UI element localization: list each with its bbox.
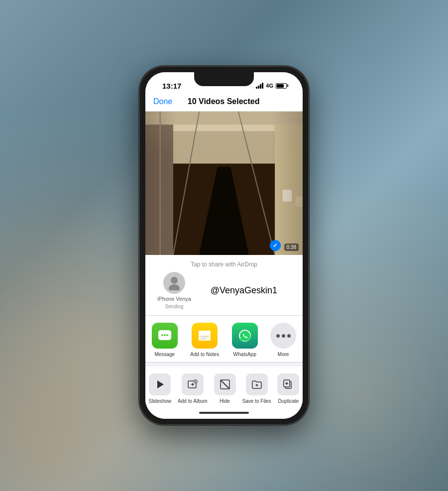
phone-screen: 13:17 4G Done 10 Videos Selected <box>145 72 303 419</box>
svg-point-13 <box>171 277 178 284</box>
whatsapp-svg <box>237 328 253 344</box>
play-icon <box>154 379 165 390</box>
airdrop-device[interactable]: iPhone Venya Sending <box>157 272 191 309</box>
action-label-save-files: Save to Files <box>242 398 271 404</box>
video-duration: 0:38 <box>284 244 299 251</box>
svg-rect-6 <box>275 112 303 255</box>
status-time: 13:17 <box>157 82 181 90</box>
app-label-whatsapp: WhatsApp <box>233 352 256 357</box>
app-item-more[interactable]: More <box>270 323 296 357</box>
svg-marker-24 <box>157 380 164 388</box>
app-item-whatsapp[interactable]: WhatsApp <box>232 323 258 357</box>
network-label: 4G <box>266 83 273 89</box>
avatar <box>163 272 185 294</box>
action-label-slideshow: Slideshow <box>149 398 172 404</box>
home-indicator <box>145 409 303 419</box>
action-item-slideshow[interactable]: Slideshow <box>149 373 172 404</box>
signal-icon <box>256 83 263 89</box>
app-item-notes[interactable]: Add to Notes <box>190 323 219 357</box>
notes-icon <box>192 323 218 349</box>
svg-rect-0 <box>145 112 303 255</box>
svg-line-12 <box>238 112 275 255</box>
add-album-icon-bg <box>182 373 204 395</box>
airdrop-label: Tap to share with AirDrop <box>153 261 295 268</box>
svg-rect-20 <box>199 331 211 335</box>
svg-rect-7 <box>283 190 292 202</box>
add-album-icon <box>187 379 198 390</box>
svg-point-14 <box>169 284 180 290</box>
svg-line-11 <box>173 112 199 255</box>
svg-rect-2 <box>173 164 277 255</box>
selected-badge: ✓ <box>270 240 281 251</box>
photo-content <box>145 112 303 255</box>
status-bar: 13:17 4G <box>145 72 303 94</box>
photo-svg <box>145 112 303 255</box>
phone-frame: 13:17 4G Done 10 Videos Selected <box>139 66 309 425</box>
svg-rect-8 <box>296 196 303 207</box>
whatsapp-icon <box>232 323 258 349</box>
device-status: Sending <box>165 304 184 309</box>
message-svg <box>157 328 172 343</box>
app-label-notes: Add to Notes <box>190 352 219 357</box>
svg-point-17 <box>164 334 166 336</box>
notes-svg <box>197 328 213 344</box>
svg-point-16 <box>161 334 163 336</box>
person-icon <box>167 275 182 290</box>
save-files-icon-bg <box>246 373 268 395</box>
battery-icon <box>276 83 287 89</box>
slideshow-icon-bg <box>149 373 171 395</box>
home-bar <box>199 412 249 414</box>
hide-icon-bg <box>214 373 236 395</box>
airdrop-section: Tap to share with AirDrop iPhone Venya S… <box>145 255 303 316</box>
done-button[interactable]: Done <box>153 97 172 106</box>
action-label-add-album: Add to Album <box>178 398 207 404</box>
hide-icon <box>220 379 230 390</box>
status-icons: 4G <box>256 83 291 89</box>
duplicate-icon <box>283 379 294 390</box>
three-dots-icon <box>276 334 291 338</box>
action-label-duplicate: Duplicate <box>278 398 299 404</box>
svg-marker-4 <box>199 167 248 255</box>
folder-icon <box>251 379 262 390</box>
app-label-more: More <box>278 352 289 357</box>
app-label-message: Message <box>154 352 175 357</box>
action-label-hide: Hide <box>220 398 230 404</box>
device-name: iPhone Venya <box>157 296 191 302</box>
top-bar: Done 10 Videos Selected <box>145 94 303 112</box>
duplicate-icon-bg <box>277 373 299 395</box>
action-item-hide[interactable]: Hide <box>214 373 236 404</box>
photo-area: ✓ 0:38 <box>145 112 303 255</box>
more-icon <box>270 323 296 349</box>
svg-rect-5 <box>145 112 173 255</box>
page-title: 10 Videos Selected <box>188 97 260 106</box>
username: @VenyaGeskin1 <box>211 285 277 295</box>
svg-point-18 <box>166 334 168 336</box>
action-item-add-album[interactable]: Add to Album <box>178 373 207 404</box>
message-icon <box>152 323 178 349</box>
svg-rect-1 <box>145 112 303 131</box>
share-sheet: Tap to share with AirDrop iPhone Venya S… <box>145 255 303 419</box>
svg-line-32 <box>221 380 229 389</box>
app-item-message[interactable]: Message <box>152 323 178 357</box>
actions-row: Slideshow Add to Album <box>145 367 303 409</box>
svg-rect-9 <box>145 112 303 124</box>
apps-row: Message Add to Notes <box>145 316 303 363</box>
action-item-duplicate[interactable]: Duplicate <box>277 373 299 404</box>
action-item-save-files[interactable]: Save to Files <box>242 373 271 404</box>
